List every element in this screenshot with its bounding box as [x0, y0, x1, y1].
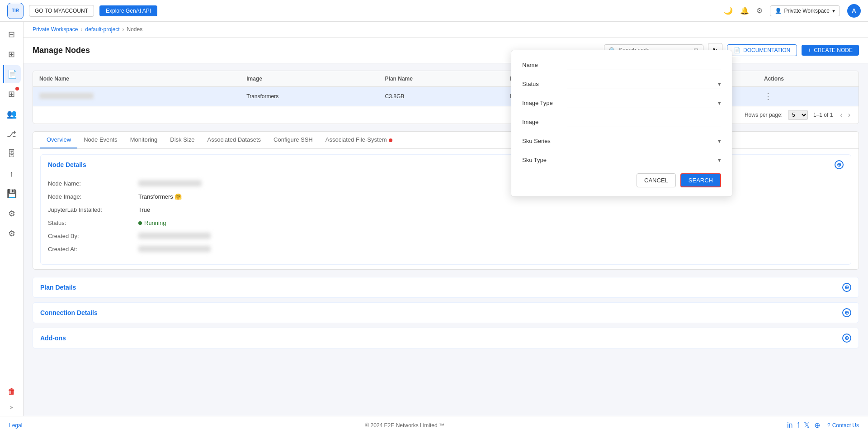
- settings-nav-icon: ⚙: [8, 229, 15, 238]
- filter-row-image-type: Image Type Public Private: [522, 97, 721, 108]
- workspace-icon: 👤: [775, 8, 782, 14]
- node-details-expand-icon[interactable]: ⊕: [835, 160, 844, 169]
- sidebar-item-nodes[interactable]: 📄: [3, 65, 21, 83]
- detail-row-created-by: Created By:: [48, 233, 844, 239]
- detail-label-name: Node Name:: [48, 180, 138, 187]
- sidebar-item-home[interactable]: ⊟: [3, 25, 21, 43]
- expand-button[interactable]: »: [8, 402, 15, 412]
- sidebar-item-integrations[interactable]: ⚙: [3, 205, 21, 223]
- home-icon: ⊟: [8, 29, 15, 39]
- avatar[interactable]: A: [847, 4, 861, 18]
- table-row[interactable]: Transformers C3.8GB Hourly ⚠ Disabled ⋮: [33, 87, 859, 106]
- sidebar-item-settings[interactable]: ⚙: [3, 224, 21, 243]
- addons-expand-icon[interactable]: ⊕: [842, 334, 851, 343]
- filter-select-image-type[interactable]: Public Private: [567, 97, 721, 108]
- breadcrumb-project[interactable]: default-project: [85, 26, 119, 33]
- plan-details-expand-icon[interactable]: ⊕: [842, 283, 851, 292]
- filter-cancel-button[interactable]: CANCEL: [637, 173, 676, 187]
- filter-select-status[interactable]: Running Stopped Starting: [567, 78, 721, 89]
- workspace-button[interactable]: 👤 Private Workspace ▾: [770, 5, 840, 16]
- filter-label-image-type: Image Type: [522, 100, 567, 106]
- contact-us-link[interactable]: ? Contact Us: [827, 422, 859, 429]
- sidebar-item-storage[interactable]: 💾: [3, 185, 21, 203]
- node-details-title: Node Details: [48, 161, 86, 168]
- next-page-button[interactable]: ›: [846, 110, 852, 120]
- header: TIR GO TO MYACCOUNT Explore GenAI API 🌙 …: [0, 0, 868, 22]
- documentation-button[interactable]: 📄 DOCUMENTATION: [727, 44, 797, 56]
- filter-select-sku-series[interactable]: A100 V100: [567, 135, 721, 146]
- dashboard-icon: ⊞: [8, 49, 15, 59]
- sidebar-item-dashboard[interactable]: ⊞: [3, 45, 21, 63]
- filter-label-sku-series: Sku Series: [522, 138, 567, 144]
- delete-icon: 🗑: [8, 387, 16, 396]
- dark-mode-icon[interactable]: 🌙: [724, 6, 733, 15]
- prev-page-button[interactable]: ‹: [838, 110, 844, 120]
- filter-input-name[interactable]: [567, 59, 721, 70]
- filter-select-sku-type[interactable]: Hourly Reserved: [567, 154, 721, 165]
- go-to-myaccount-button[interactable]: GO TO MYACCOUNT: [29, 5, 94, 17]
- linkedin-icon[interactable]: in: [787, 421, 793, 429]
- filter-input-image[interactable]: [567, 116, 721, 127]
- cell-image: Transformers: [240, 87, 378, 106]
- legal-link[interactable]: Legal: [9, 422, 22, 429]
- tab-monitoring[interactable]: Monitoring: [124, 132, 164, 148]
- rss-icon[interactable]: ⊕: [814, 421, 820, 429]
- filter-row-sku-type: Sku Type Hourly Reserved: [522, 154, 721, 165]
- facebook-icon[interactable]: f: [797, 421, 799, 429]
- page-title: Manage Nodes: [33, 46, 90, 55]
- detail-label-created-by: Created By:: [48, 233, 138, 239]
- sidebar-item-git[interactable]: ⎇: [3, 125, 21, 143]
- docs-icon: 📄: [734, 47, 741, 53]
- addons-header[interactable]: Add-ons ⊕: [33, 328, 859, 348]
- settings-icon[interactable]: ⚙: [756, 6, 763, 15]
- contact-label: Contact Us: [832, 422, 859, 429]
- sidebar-item-users[interactable]: 👥: [3, 105, 21, 123]
- sidebar-item-datasets[interactable]: 🗄: [3, 145, 21, 163]
- tab-configure-ssh[interactable]: Configure SSH: [267, 132, 319, 148]
- tab-associated-filesystem[interactable]: Associated File-System: [319, 132, 399, 148]
- rows-per-page-label: Rows per page:: [745, 112, 783, 118]
- breadcrumb-workspace[interactable]: Private Workspace: [33, 26, 78, 33]
- sidebar-item-deployments[interactable]: ↑: [3, 165, 21, 183]
- connection-details-expand-icon[interactable]: ⊕: [842, 308, 851, 317]
- sidebar-item-delete[interactable]: 🗑: [3, 382, 21, 401]
- tab-disk-size[interactable]: Disk Size: [164, 132, 201, 148]
- filter-label-status: Status: [522, 81, 567, 87]
- detail-value-image: Transformers 🤗: [138, 193, 182, 200]
- footer-social: in f 𝕏 ⊕: [787, 421, 820, 429]
- connection-details-header[interactable]: Connection Details ⊕: [33, 303, 859, 323]
- filter-select-status-wrapper: Running Stopped Starting: [567, 78, 721, 89]
- filter-search-button[interactable]: SEARCH: [680, 173, 721, 187]
- tab-associated-datasets[interactable]: Associated Datasets: [201, 132, 268, 148]
- deployments-icon: ↑: [9, 169, 14, 179]
- tab-node-events[interactable]: Node Events: [77, 132, 123, 148]
- plan-details-title: Plan Details: [40, 284, 76, 291]
- filter-label-sku-type: Sku Type: [522, 157, 567, 163]
- filter-row-image: Image: [522, 116, 721, 127]
- filter-row-name: Name: [522, 59, 721, 70]
- pagination-arrows: ‹ ›: [838, 110, 852, 120]
- page-header: Manage Nodes 🔍 ⊞ ↻ 📄 DOCUMENTATION + CRE…: [24, 38, 868, 63]
- status-dot: [138, 221, 142, 225]
- notifications-icon[interactable]: 🔔: [740, 6, 749, 15]
- more-options-icon[interactable]: ⋮: [764, 92, 772, 101]
- filter-select-sku-series-wrapper: A100 V100: [567, 135, 721, 146]
- plan-details-section: Plan Details ⊕: [33, 277, 859, 298]
- main-content: Private Workspace › default-project › No…: [24, 22, 868, 416]
- twitter-icon[interactable]: 𝕏: [804, 421, 810, 429]
- create-node-button[interactable]: + CREATE NODE: [802, 45, 859, 56]
- nodes-table: Node Name Image Plan Name Plan Type SSH …: [33, 71, 859, 124]
- sidebar-item-models[interactable]: ⊞: [3, 85, 21, 103]
- explore-genai-button[interactable]: Explore GenAI API: [99, 5, 157, 16]
- users-icon: 👥: [7, 109, 17, 119]
- detail-value-created-at: [138, 246, 211, 252]
- tab-overview[interactable]: Overview: [40, 132, 77, 148]
- logo: TIR: [7, 3, 24, 19]
- detail-row-status: Status: Running: [48, 219, 844, 226]
- plan-details-header[interactable]: Plan Details ⊕: [33, 277, 859, 297]
- rows-per-page-select[interactable]: 5 10 25: [788, 110, 808, 120]
- filter-row-status: Status Running Stopped Starting: [522, 78, 721, 89]
- cell-actions: ⋮: [758, 87, 859, 106]
- header-left: TIR GO TO MYACCOUNT Explore GenAI API: [7, 3, 157, 19]
- detail-value-jupyter: True: [138, 206, 150, 213]
